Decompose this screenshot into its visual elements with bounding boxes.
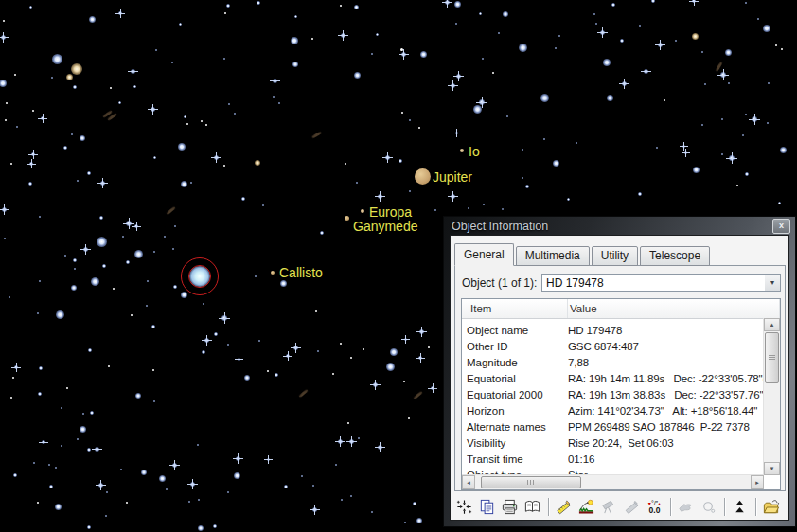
star[interactable] [198,499,200,501]
star[interactable] [190,182,192,184]
star[interactable] [721,153,723,155]
star[interactable] [181,181,187,187]
star[interactable] [445,0,450,5]
star[interactable] [80,135,85,141]
star[interactable] [320,231,324,235]
star[interactable] [745,114,747,115]
star[interactable] [32,110,34,112]
star[interactable] [152,369,154,371]
star[interactable] [151,107,155,112]
star[interactable] [347,422,349,424]
star[interactable] [134,224,138,228]
star[interactable] [190,482,195,487]
star[interactable] [201,120,203,122]
center-on-object-icon[interactable] [454,497,474,517]
star[interactable] [385,155,390,160]
star[interactable] [63,146,67,150]
star[interactable] [108,365,110,367]
star[interactable] [401,52,406,57]
star[interactable] [692,0,696,3]
star[interactable] [620,39,624,43]
planet-io[interactable] [460,149,464,152]
star[interactable] [720,72,726,78]
star[interactable] [42,440,45,444]
star[interactable] [14,365,18,369]
star[interactable] [41,116,44,120]
star[interactable] [278,102,280,104]
star[interactable] [52,54,62,64]
star[interactable] [593,13,595,15]
star[interactable] [519,44,527,52]
star[interactable] [340,5,342,7]
star[interactable] [3,20,5,22]
star[interactable] [214,332,218,336]
star[interactable] [639,25,641,27]
star[interactable] [29,6,32,9]
star[interactable] [483,204,485,205]
star[interactable] [146,305,148,307]
star[interactable] [378,445,382,450]
star[interactable] [350,495,352,497]
star[interactable] [61,445,62,447]
star[interactable] [603,59,611,66]
star[interactable] [273,79,277,83]
catalog-book-icon[interactable] [522,497,542,517]
star[interactable] [172,248,174,250]
star[interactable] [682,145,685,148]
star[interactable] [658,43,663,47]
star[interactable] [312,507,317,512]
star[interactable] [473,105,482,114]
star[interactable] [133,85,136,88]
star[interactable] [88,348,92,352]
table-row[interactable]: HorizonAzim: 141°02'34.73" Alt: +18°56'1… [462,402,764,418]
star[interactable] [83,247,88,252]
star[interactable] [349,439,354,444]
star[interactable] [498,32,500,34]
star[interactable] [778,202,781,204]
star[interactable] [77,438,79,440]
star[interactable] [234,113,236,115]
star[interactable] [66,74,73,80]
star[interactable] [31,152,35,156]
star[interactable] [100,181,105,186]
star[interactable] [97,237,107,247]
star[interactable] [354,5,359,9]
star[interactable] [255,160,260,166]
star[interactable] [10,163,12,165]
star[interactable] [525,185,529,188]
star[interactable] [147,280,149,282]
star[interactable] [434,209,436,211]
vertical-scroll-thumb[interactable] [765,332,779,383]
star[interactable] [752,116,757,122]
star[interactable] [595,23,597,25]
star[interactable] [293,346,298,350]
star[interactable] [91,277,99,286]
star[interactable] [179,23,182,26]
star[interactable] [118,11,122,15]
star[interactable] [227,344,229,346]
star[interactable] [110,87,112,89]
star[interactable] [675,40,677,42]
star[interactable] [692,33,699,40]
star[interactable] [113,288,115,290]
star[interactable] [95,447,99,452]
star[interactable] [376,33,379,36]
star[interactable] [49,485,53,488]
star[interactable] [451,83,455,88]
star[interactable] [5,119,7,121]
star[interactable] [356,182,358,184]
star[interactable] [61,407,62,409]
star[interactable] [6,102,8,104]
star[interactable] [87,525,91,529]
star[interactable] [335,464,337,466]
star[interactable] [373,382,378,387]
star[interactable] [87,171,91,175]
star[interactable] [553,160,559,167]
star[interactable] [241,197,245,201]
star[interactable] [184,115,186,118]
star[interactable] [371,511,373,513]
star[interactable] [409,190,411,192]
star[interactable] [338,439,343,444]
star[interactable] [236,456,240,461]
star[interactable] [64,255,66,257]
